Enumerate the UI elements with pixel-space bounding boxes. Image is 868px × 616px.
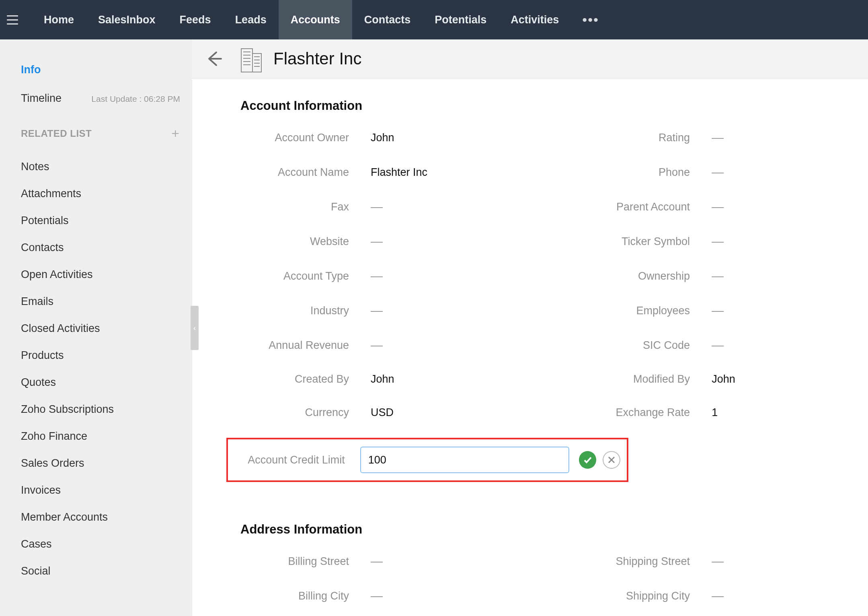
value-currency[interactable]: USD	[371, 406, 394, 419]
address-info-grid: Billing Street — Shipping Street — Billi…	[240, 554, 820, 616]
nav-accounts[interactable]: Accounts	[279, 0, 352, 39]
sidebar-item-quotes[interactable]: Quotes	[21, 369, 184, 396]
nav-salesinbox[interactable]: SalesInbox	[86, 0, 168, 39]
value-employees[interactable]: —	[712, 304, 724, 317]
sidebar-item-sales-orders[interactable]: Sales Orders	[21, 450, 184, 477]
sidebar-item-invoices[interactable]: Invoices	[21, 477, 184, 504]
section-title-address-info: Address Information	[240, 522, 820, 537]
label-account-credit-limit: Account Credit Limit	[234, 454, 345, 466]
value-ownership[interactable]: —	[712, 269, 724, 283]
value-website[interactable]: —	[371, 235, 383, 248]
nav-potentials[interactable]: Potentials	[423, 0, 499, 39]
label-employees: Employees	[553, 305, 690, 317]
page-title: Flashter Inc	[273, 49, 361, 68]
account-info-grid: Account Owner John Rating — Account Name…	[240, 131, 820, 440]
confirm-edit-button[interactable]	[579, 451, 596, 469]
sidebar-item-zoho-finance[interactable]: Zoho Finance	[21, 423, 184, 450]
label-modified-by: Modified By	[553, 373, 690, 385]
value-sic-code[interactable]: —	[712, 338, 724, 352]
nav-home[interactable]: Home	[32, 0, 86, 39]
nav-activities[interactable]: Activities	[499, 0, 571, 39]
credit-limit-edit-row: Account Credit Limit	[226, 438, 628, 482]
related-list-header: RELATED LIST	[21, 128, 92, 139]
label-shipping-city: Shipping City	[553, 590, 690, 602]
nav-feeds[interactable]: Feeds	[168, 0, 223, 39]
label-currency: Currency	[240, 406, 349, 419]
value-created-by[interactable]: John	[371, 373, 394, 385]
label-ticker-symbol: Ticker Symbol	[553, 235, 690, 248]
sidebar-item-emails[interactable]: Emails	[21, 288, 184, 315]
left-sidebar: Info Timeline Last Update : 06:28 PM REL…	[0, 39, 192, 616]
sidebar-item-potentials[interactable]: Potentials	[21, 207, 184, 234]
hamburger-menu-icon[interactable]	[7, 13, 20, 26]
value-billing-city[interactable]: —	[371, 589, 383, 603]
sidebar-item-member-accounts[interactable]: Member Accounts	[21, 504, 184, 531]
cancel-edit-button[interactable]	[603, 451, 620, 469]
account-building-icon	[240, 45, 263, 73]
sidebar-item-notes[interactable]: Notes	[21, 153, 184, 180]
label-rating: Rating	[553, 132, 690, 144]
add-related-list-icon[interactable]: +	[171, 126, 179, 141]
label-exchange-rate: Exchange Rate	[553, 406, 690, 419]
label-ownership: Ownership	[553, 270, 690, 282]
sidebar-item-products[interactable]: Products	[21, 342, 184, 369]
sidebar-item-closed-activities[interactable]: Closed Activities	[21, 315, 184, 342]
value-ticker-symbol[interactable]: —	[712, 235, 724, 248]
label-industry: Industry	[240, 305, 349, 317]
sidebar-item-social[interactable]: Social	[21, 558, 184, 585]
nav-more-icon[interactable]: •••	[571, 0, 610, 39]
value-shipping-city[interactable]: —	[712, 589, 724, 603]
sidebar-item-cases[interactable]: Cases	[21, 531, 184, 558]
account-credit-limit-input[interactable]	[360, 447, 569, 473]
value-account-name[interactable]: Flashter Inc	[371, 166, 427, 179]
sidebar-item-contacts[interactable]: Contacts	[21, 234, 184, 261]
sidebar-last-update: Last Update : 06:28 PM	[91, 94, 180, 104]
sidebar-item-attachments[interactable]: Attachments	[21, 180, 184, 207]
label-website: Website	[240, 235, 349, 248]
back-arrow-icon[interactable]	[205, 50, 223, 68]
value-annual-revenue[interactable]: —	[371, 338, 383, 352]
top-nav: Home SalesInbox Feeds Leads Accounts Con…	[0, 0, 868, 39]
label-parent-account: Parent Account	[553, 201, 690, 213]
label-sic-code: SIC Code	[553, 339, 690, 352]
sidebar-tab-timeline[interactable]: Timeline	[21, 92, 62, 105]
section-title-account-info: Account Information	[240, 99, 820, 113]
value-parent-account[interactable]: —	[712, 200, 724, 214]
value-fax[interactable]: —	[371, 200, 383, 214]
value-rating[interactable]: —	[712, 131, 724, 144]
sidebar-tab-info[interactable]: Info	[21, 64, 184, 76]
sidebar-collapse-handle[interactable]: ‹	[191, 306, 199, 350]
nav-contacts[interactable]: Contacts	[352, 0, 423, 39]
sidebar-item-zoho-subscriptions[interactable]: Zoho Subscriptions	[21, 396, 184, 423]
value-account-owner[interactable]: John	[371, 132, 394, 144]
label-account-name: Account Name	[240, 166, 349, 179]
label-account-type: Account Type	[240, 270, 349, 282]
label-billing-city: Billing City	[240, 590, 349, 602]
label-created-by: Created By	[240, 373, 349, 385]
value-modified-by[interactable]: John	[712, 373, 735, 385]
label-annual-revenue: Annual Revenue	[240, 339, 349, 352]
label-fax: Fax	[240, 201, 349, 213]
detail-panel: Account Information Account Owner John R…	[192, 78, 868, 616]
value-billing-street[interactable]: —	[371, 554, 383, 568]
label-phone: Phone	[553, 166, 690, 179]
nav-leads[interactable]: Leads	[223, 0, 279, 39]
value-industry[interactable]: —	[371, 304, 383, 317]
value-shipping-street[interactable]: —	[712, 554, 724, 568]
label-shipping-street: Shipping Street	[553, 555, 690, 568]
sidebar-item-open-activities[interactable]: Open Activities	[21, 261, 184, 288]
value-account-type[interactable]: —	[371, 269, 383, 283]
label-account-owner: Account Owner	[240, 132, 349, 144]
value-phone[interactable]: —	[712, 165, 724, 179]
value-exchange-rate[interactable]: 1	[712, 406, 718, 419]
label-billing-street: Billing Street	[240, 555, 349, 568]
